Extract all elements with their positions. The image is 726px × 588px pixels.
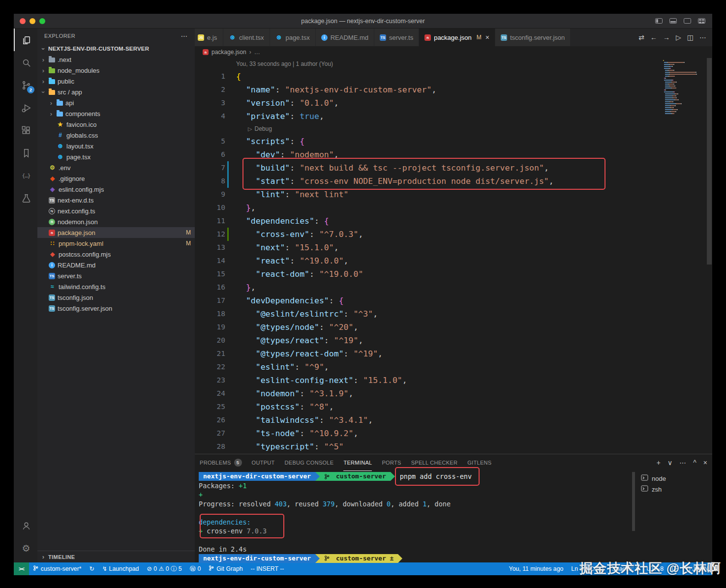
go-forward-icon[interactable]: → <box>663 33 670 41</box>
tree-file-pnpm-lock.yaml[interactable]: ∷pnpm-lock.yamlM <box>37 238 195 249</box>
activity-run-debug[interactable] <box>14 96 37 119</box>
tree-folder-node-modules[interactable]: ›node_modules <box>37 65 195 76</box>
blame-codelens[interactable]: You, 33 seconds ago | 1 author (You) <box>195 58 663 70</box>
tree-file-tailwind.config.ts[interactable]: ≈tailwind.config.ts <box>37 281 195 292</box>
tree-file-nodemon.json[interactable]: nnodemon.json <box>37 216 195 227</box>
tab-tsconfig.server.json[interactable]: TStsconfig.server.json <box>495 29 571 46</box>
status-branch[interactable]: custom-server* <box>29 562 86 575</box>
panel-tab-problems[interactable]: PROBLEMS5 <box>200 454 242 471</box>
gutter <box>225 387 232 400</box>
activity-source-control[interactable]: 2 <box>14 74 37 96</box>
tree-file-eslint.config.mjs[interactable]: ◈eslint.config.mjs <box>37 184 195 195</box>
status-counter-w[interactable]: Ⓦ 0 <box>186 562 205 575</box>
modified-badge: M <box>186 240 191 247</box>
tree-file-tsconfig.json[interactable]: TStsconfig.json <box>37 292 195 303</box>
new-terminal-icon[interactable]: + <box>657 459 661 467</box>
status-git-graph[interactable]: Git Graph <box>205 562 246 575</box>
tree-root[interactable]: › NEXTJS-ENV-DIR-CUSTOM-SERVER <box>37 43 195 54</box>
go-back-icon[interactable]: ← <box>650 33 657 41</box>
tree-file-package.json[interactable]: npackage.jsonM <box>37 227 195 238</box>
tab-server.ts[interactable]: TSserver.ts <box>374 29 419 46</box>
status-launchpad[interactable]: ↯ Launchpad <box>98 562 143 575</box>
customize-layout-icon[interactable] <box>698 18 705 24</box>
tree-folder-src-app[interactable]: ›src / app <box>37 87 195 97</box>
terminal-instance-zsh[interactable]: zsh <box>636 484 712 495</box>
activity-bookmarks[interactable] <box>14 142 37 164</box>
activity-settings[interactable]: ⚙ <box>14 537 37 559</box>
terminal[interactable]: nextjs-env-dir-custom-server custom-serv… <box>195 471 631 562</box>
tree-file-favicon.ico[interactable]: ★favicon.ico <box>37 119 195 130</box>
maximize-panel-icon[interactable]: ^ <box>693 459 696 467</box>
tree-folder-components[interactable]: ›components <box>37 108 195 119</box>
tab-client.tsx[interactable]: ⊛client.tsx <box>223 29 270 46</box>
status-blame[interactable]: You, 11 minutes ago <box>505 562 568 575</box>
activity-testing[interactable] <box>14 187 37 209</box>
run-icon[interactable]: ▷ <box>676 33 681 41</box>
tree-file-next-env.d.ts[interactable]: TSnext-env.d.ts <box>37 195 195 206</box>
status-vim-mode[interactable]: -- INSERT -- <box>247 562 288 575</box>
file-label: nodemon.json <box>58 218 98 226</box>
terminal-dropdown-icon[interactable]: ∨ <box>667 459 672 467</box>
tab-e.js[interactable]: JSe.js <box>195 29 223 46</box>
tab-page.tsx[interactable]: ⊛page.tsx <box>270 29 316 46</box>
toggle-sidebar-icon[interactable] <box>655 18 663 24</box>
terminal-instance-node[interactable]: node <box>636 473 712 484</box>
split-editor-icon[interactable]: ◫ <box>687 33 694 41</box>
tree-file-.env[interactable]: ⚙.env <box>37 162 195 173</box>
tree-file-next.config.ts[interactable]: Nnext.config.ts <box>37 206 195 216</box>
close-window-button[interactable] <box>20 18 26 24</box>
tree-file-readme.md[interactable]: iREADME.md <box>37 260 195 270</box>
panel-tab-terminal[interactable]: TERMINAL <box>343 454 372 471</box>
toggle-secondary-sidebar-icon[interactable] <box>684 18 691 24</box>
tree-file-page.tsx[interactable]: ⊛page.tsx <box>37 151 195 162</box>
code-editor[interactable]: You, 33 seconds ago | 1 author (You)1{2 … <box>195 58 712 454</box>
tree-folder-.next[interactable]: ›.next <box>37 54 195 65</box>
tab-package.json[interactable]: npackage.jsonM× <box>419 29 495 46</box>
bottom-panel: PROBLEMS5OUTPUTDEBUG CONSOLETERMINALPORT… <box>195 454 712 562</box>
minimap[interactable] <box>663 60 705 115</box>
more-actions-icon[interactable]: ⋯ <box>699 33 706 41</box>
code-line-21: 21 "@types/react-dom": "^19", <box>195 347 663 360</box>
terminal-scrollbar[interactable] <box>631 471 636 562</box>
activity-explorer[interactable] <box>14 29 37 51</box>
tree-file-server.ts[interactable]: TSserver.ts <box>37 270 195 281</box>
tree-folder-public[interactable]: ›public <box>37 76 195 87</box>
tree-file-globals.css[interactable]: #globals.css <box>37 130 195 141</box>
breadcrumb[interactable]: n package.json › … <box>195 46 712 58</box>
status-sync[interactable]: ↻ <box>86 562 98 575</box>
status-problems[interactable]: ⊘ 0 ⚠ 0 ⓘ 5 <box>143 562 185 575</box>
panel-tab-output[interactable]: OUTPUT <box>252 454 275 471</box>
panel-tab-debug-console[interactable]: DEBUG CONSOLE <box>285 454 334 471</box>
modified-badge: M <box>477 34 482 41</box>
tree-folder-api[interactable]: ›api <box>37 97 195 108</box>
activity-extensions[interactable] <box>14 119 37 142</box>
sidebar-more-icon[interactable]: ⋯ <box>181 32 188 40</box>
gutter-add-marker <box>225 228 232 241</box>
activity-snippets[interactable]: {…} <box>14 164 37 187</box>
open-changes-icon[interactable]: ⇄ <box>638 33 644 41</box>
chevron-right-icon: › <box>40 67 46 74</box>
npm-icon: n <box>203 49 209 55</box>
tab-readme.md[interactable]: iREADME.md <box>316 29 374 46</box>
minimize-window-button[interactable] <box>30 18 35 24</box>
tree-file-.gitignore[interactable]: ◆.gitignore <box>37 173 195 184</box>
debug-codelens[interactable]: ▷Debug <box>195 123 663 135</box>
workbench: 2{…}⚙ EXPLORER ⋯ › NEXTJS-ENV-DIR-CUSTOM… <box>14 29 712 562</box>
activity-accounts[interactable] <box>14 514 37 537</box>
timeline-label: TIMELINE <box>48 554 75 560</box>
timeline-section[interactable]: › TIMELINE <box>37 551 195 562</box>
close-tab-icon[interactable]: × <box>485 33 489 41</box>
more-icon[interactable]: ⋯ <box>679 459 686 467</box>
line-number: 11 <box>195 214 225 228</box>
tree-file-postcss.config.mjs[interactable]: ◆postcss.config.mjs <box>37 249 195 260</box>
close-panel-icon[interactable]: × <box>703 459 707 467</box>
toggle-panel-icon[interactable] <box>669 18 677 24</box>
zoom-window-button[interactable] <box>39 18 45 24</box>
tree-file-layout.tsx[interactable]: ⊛layout.tsx <box>37 141 195 151</box>
tree-file-tsconfig.server.json[interactable]: TStsconfig.server.json <box>37 303 195 314</box>
terminal-icon <box>641 485 648 493</box>
status-remote[interactable]: >< <box>14 562 29 575</box>
editor-scrollbar[interactable] <box>706 58 712 454</box>
activity-search[interactable] <box>14 51 37 74</box>
code-line-15: 15 "react-dom": "^19.0.0" <box>195 267 663 281</box>
